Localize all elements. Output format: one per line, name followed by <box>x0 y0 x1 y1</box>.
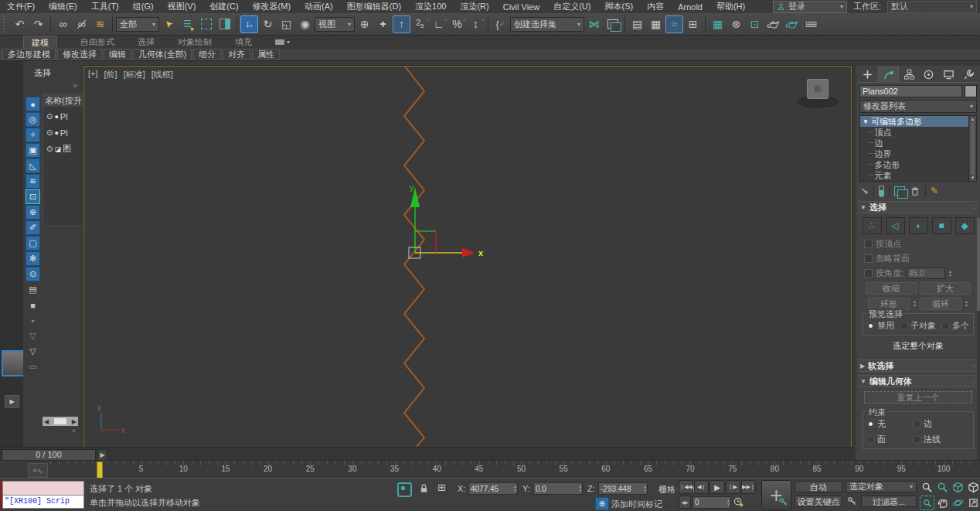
object-name-field[interactable] <box>859 85 962 97</box>
soft-selection-header[interactable]: ▶ 软选择 ∷ <box>858 359 978 372</box>
menu-item[interactable]: 渲染(R) <box>453 1 495 12</box>
spinner-control[interactable]: ▲▼ <box>578 485 582 492</box>
ribbon-tab-选择[interactable]: 选择 <box>138 36 155 48</box>
helpers-filter-icon[interactable]: ◺ <box>26 158 40 173</box>
render-setup-icon[interactable]: ⊛ <box>727 15 745 33</box>
menu-item[interactable]: 工具(T) <box>84 1 126 12</box>
ribbon-panel-button[interactable]: 属性 <box>252 49 280 60</box>
ribbon-toggle-icon[interactable]: ▦ <box>647 15 665 33</box>
y-coord-field[interactable] <box>534 485 578 493</box>
tab-create[interactable] <box>858 66 878 83</box>
frame-ruler[interactable]: 5101520253035404550556065707580859095100 <box>49 461 977 478</box>
material-editor-icon[interactable]: ▦ <box>709 15 726 33</box>
add-time-tag-icon[interactable]: ⊕ <box>595 497 609 510</box>
login-dropdown[interactable]: 登录 ▾ <box>773 1 847 13</box>
selection-filter-gear-icon[interactable]: ▽ <box>26 329 40 343</box>
materials-filter-icon[interactable]: ■ <box>26 298 40 312</box>
select-and-place-icon[interactable]: ◉ <box>296 15 314 33</box>
preview-subobject-radio[interactable] <box>900 322 908 330</box>
spinner-control[interactable]: ▲▼ <box>948 270 952 278</box>
viewport-shading-label[interactable]: [线框] <box>151 69 173 80</box>
stack-item[interactable]: ┄边 <box>860 138 968 148</box>
scroll-up-icon[interactable]: ▲ <box>971 117 975 121</box>
menu-item[interactable]: 创建(C) <box>202 1 245 12</box>
scroll-right-arrow-icon[interactable]: ▶ <box>72 418 77 425</box>
render-iterative-icon[interactable] <box>764 15 782 33</box>
spinner-snap-toggle-icon[interactable]: ↕ <box>467 15 485 33</box>
isolate-selection-toggle[interactable] <box>397 482 412 497</box>
menu-item[interactable]: Arnold <box>671 2 709 12</box>
ribbon-tab-填充[interactable]: 填充 <box>235 36 252 48</box>
mini-curve-editor-button[interactable]: ≡∿ <box>28 463 48 478</box>
filter-icon[interactable]: ▽ <box>26 344 40 359</box>
select-by-name-icon[interactable]: ☰➤ <box>179 15 196 33</box>
tab-modify[interactable] <box>878 66 900 83</box>
zoom-extents-all-icon[interactable] <box>966 480 980 495</box>
previous-frame-button[interactable]: ◀❘ <box>694 480 709 494</box>
zoom-icon[interactable] <box>920 480 934 495</box>
time-slider-handle[interactable]: 0 / 100 <box>2 449 96 461</box>
orbit-icon[interactable] <box>951 496 965 510</box>
select-and-move-icon[interactable]: ↔↔ <box>240 15 258 33</box>
go-to-start-button[interactable]: ❘◀◀ <box>679 480 693 494</box>
preview-multiple-radio[interactable] <box>941 322 950 330</box>
visibility-eye-icon[interactable]: ⊙ <box>46 145 53 153</box>
bind-to-space-warp-icon[interactable]: ≋ <box>91 15 109 33</box>
geometry-filter-icon[interactable]: ● <box>26 97 40 111</box>
link-display-icon[interactable]: ▫ <box>26 313 40 328</box>
stack-scrollbar[interactable]: ▲ ▼ <box>969 115 977 182</box>
schematic-view-icon[interactable]: ⊞ <box>684 15 702 33</box>
track-bar[interactable]: ≡∿ 5101520253035404550556065707580859095… <box>0 460 980 478</box>
viewport-canvas[interactable]: y x x y <box>84 66 851 447</box>
menu-item[interactable]: 编辑(E) <box>42 1 84 12</box>
auto-key-button[interactable]: 自动 <box>795 481 842 492</box>
front-viewport[interactable]: [+] [前] [标准] [线框] 前 y x <box>83 66 852 448</box>
selection-lock-toggle[interactable] <box>418 482 430 494</box>
select-and-rotate-icon[interactable]: ↻ <box>259 15 277 33</box>
set-key-button[interactable]: 设置关键点 <box>795 496 842 507</box>
modifier-list-dropdown[interactable]: 修改器列表 ▾ <box>859 100 977 113</box>
angle-snap-toggle-icon[interactable]: ∟ <box>430 15 447 33</box>
stack-item[interactable]: ┄多边形 <box>860 159 968 170</box>
zoom-region-icon[interactable] <box>920 496 934 510</box>
rail-expand-button[interactable]: ▶ <box>5 395 19 408</box>
xrefs-filter-icon[interactable]: ⊕ <box>26 205 40 220</box>
constraint-none-radio[interactable] <box>866 420 875 428</box>
scene-explorer-hscrollbar[interactable]: ◀ ▶ <box>43 417 78 426</box>
next-frame-button[interactable]: ❘▶ <box>726 480 740 494</box>
x-coord-field[interactable] <box>469 485 513 493</box>
use-pivot-point-center-icon[interactable]: ⊕ <box>356 15 373 33</box>
key-mode-toggle[interactable]: ◀▶ <box>679 496 691 509</box>
ribbon-tab-建模[interactable]: 建模 <box>23 36 57 49</box>
scrollbar-thumb[interactable] <box>977 218 980 311</box>
space-warps-filter-icon[interactable]: ≋ <box>26 174 40 189</box>
set-keys-button[interactable]: + <box>761 480 791 510</box>
repeat-last-button[interactable]: 重复上一个 <box>864 391 972 404</box>
viewport-pov-label[interactable]: [前] <box>104 69 117 80</box>
selection-filter-dropdown[interactable]: 全部▾ <box>116 17 159 32</box>
ribbon-tab-自由形式[interactable]: 自由形式 <box>80 36 114 48</box>
tab-hierarchy[interactable] <box>899 66 919 83</box>
lights-filter-icon[interactable]: ✧ <box>26 128 40 142</box>
stack-item[interactable]: ┄顶点 <box>860 127 968 138</box>
stack-item[interactable]: ▼可编辑多边形 <box>860 116 968 127</box>
key-filters-icon[interactable] <box>846 496 858 507</box>
vertex-subobject-icon[interactable]: ∴ <box>863 217 882 234</box>
by-angle-checkbox[interactable] <box>864 269 873 278</box>
selection-set-dropdown[interactable]: 选定对象 ▾ <box>846 481 917 492</box>
menu-item[interactable]: 图形编辑器(D) <box>340 1 408 12</box>
keyboard-shortcut-override-icon[interactable]: ↑ <box>393 15 410 33</box>
viewport-general-menu[interactable]: [+] <box>88 69 98 80</box>
menu-item[interactable]: 修改器(M) <box>246 1 298 12</box>
ribbon-minimize-control[interactable]: ▾ <box>275 39 290 46</box>
zoom-all-icon[interactable] <box>935 480 950 495</box>
scene-object-row[interactable]: ⊙◪图 <box>43 141 84 157</box>
constraint-normal-radio[interactable] <box>913 435 921 444</box>
edit-geometry-header[interactable]: ▼ 编辑几何体 ∷ <box>858 375 978 387</box>
scene-explorer-overflow[interactable]: » <box>73 81 77 90</box>
element-subobject-icon[interactable]: ◆ <box>955 217 975 234</box>
grow-button[interactable]: 扩大 <box>920 282 971 295</box>
visibility-eye-icon[interactable]: ⊙ <box>46 112 53 121</box>
visibility-eye-icon[interactable]: ⊙ <box>46 128 53 137</box>
scrollbar-thumb[interactable] <box>54 418 66 424</box>
